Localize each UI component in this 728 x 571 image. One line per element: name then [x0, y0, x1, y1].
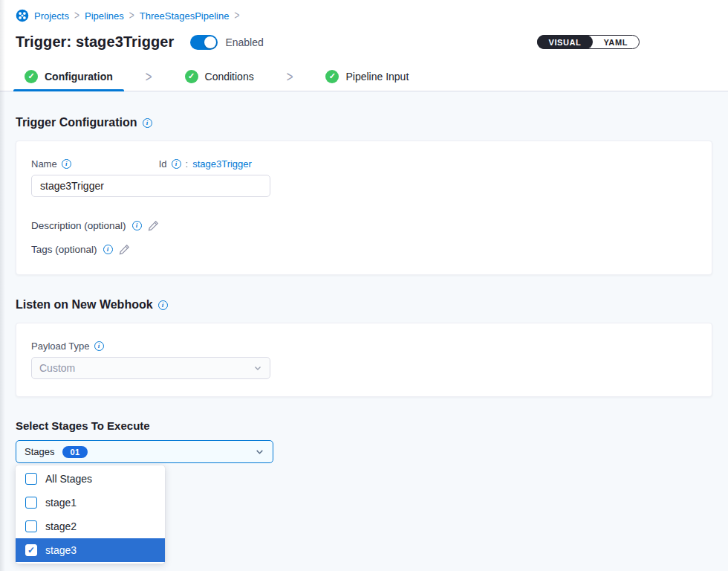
- stages-select-label: Stages: [25, 446, 54, 457]
- breadcrumb-pipelines[interactable]: Pipelines: [85, 10, 124, 22]
- section-title: Listen on New Webhook: [16, 298, 153, 312]
- id-label: Id: [159, 158, 167, 170]
- check-circle-icon: ✓: [25, 70, 38, 83]
- info-icon[interactable]: [103, 245, 113, 254]
- option-label: stage2: [45, 520, 77, 532]
- breadcrumb-projects[interactable]: Projects: [34, 10, 69, 22]
- checkbox-unchecked[interactable]: [25, 473, 37, 485]
- page-title: Trigger: stage3Trigger: [16, 33, 174, 51]
- id-colon: :: [186, 158, 189, 170]
- tab-conditions[interactable]: ✓ Conditions: [174, 62, 265, 91]
- edit-tags-pencil-icon[interactable]: [119, 244, 130, 255]
- toggle-knob: [204, 36, 216, 48]
- tags-row: Tags (optional): [31, 244, 697, 255]
- payload-type-label-group: Payload Type: [31, 341, 697, 352]
- tab-label: Pipeline Input: [345, 71, 409, 83]
- checkbox-checked[interactable]: [25, 544, 37, 556]
- trigger-configuration-heading: Trigger Configuration: [16, 91, 712, 129]
- yaml-tab[interactable]: YAML: [592, 36, 639, 48]
- tags-label: Tags (optional): [31, 244, 97, 255]
- stage-option-all-stages[interactable]: All Stages: [16, 467, 165, 491]
- info-icon[interactable]: [94, 341, 104, 351]
- breadcrumb: Projects > Pipelines > ThreeStagesPipeli…: [16, 9, 712, 22]
- option-label: stage3: [45, 544, 77, 556]
- trigger-enabled-toggle[interactable]: [190, 35, 218, 50]
- webhook-heading: Listen on New Webhook: [16, 298, 712, 312]
- harness-project-icon[interactable]: [16, 9, 29, 22]
- chevron-down-icon: [255, 447, 264, 457]
- checkbox-unchecked[interactable]: [25, 497, 37, 509]
- option-label: All Stages: [45, 473, 92, 485]
- tab-pipeline-input[interactable]: ✓ Pipeline Input: [314, 62, 420, 91]
- section-title: Trigger Configuration: [16, 116, 137, 129]
- id-value[interactable]: stage3Trigger: [192, 158, 252, 170]
- webhook-card: Payload Type Custom: [16, 323, 712, 397]
- payload-type-select[interactable]: Custom: [31, 357, 270, 379]
- page-header: Projects > Pipelines > ThreeStagesPipeli…: [0, 0, 728, 62]
- chevron-down-icon: [253, 364, 262, 372]
- chevron-right-icon: >: [287, 68, 293, 84]
- stage-option-stage1[interactable]: stage1: [16, 491, 165, 514]
- visual-yaml-toggle: VISUAL YAML: [537, 35, 640, 49]
- visual-tab[interactable]: VISUAL: [537, 35, 594, 49]
- name-label: Name: [31, 158, 57, 170]
- option-label: stage1: [45, 497, 77, 509]
- tab-label: Configuration: [45, 71, 113, 83]
- name-label-group: Name: [31, 158, 71, 170]
- enabled-label: Enabled: [225, 36, 263, 48]
- info-icon[interactable]: [62, 159, 71, 169]
- wizard-tabbar: ✓ Configuration > ✓ Conditions > ✓ Pipel…: [0, 62, 728, 91]
- breadcrumb-pipeline-name[interactable]: ThreeStagesPipeline: [140, 10, 230, 22]
- select-stages-heading: Select Stages To Execute: [16, 419, 712, 432]
- id-group: Id : stage3Trigger: [159, 158, 252, 170]
- payload-type-label: Payload Type: [31, 341, 90, 352]
- check-circle-icon: ✓: [185, 70, 198, 83]
- breadcrumb-separator: >: [234, 9, 239, 22]
- stage-option-stage3[interactable]: stage3: [16, 538, 165, 562]
- payload-type-value: Custom: [39, 362, 75, 374]
- trigger-configuration-card: Name Id : stage3Trigger Description (opt…: [16, 141, 712, 275]
- info-icon[interactable]: [132, 221, 142, 230]
- main-content: Trigger Configuration Name Id : stage3Tr…: [0, 91, 728, 564]
- description-label: Description (optional): [31, 220, 126, 231]
- tab-label: Conditions: [205, 71, 254, 83]
- trigger-name-input[interactable]: [31, 175, 270, 197]
- stages-dropdown: All Stages stage1 stage2 stage3: [16, 465, 165, 564]
- edit-description-pencil-icon[interactable]: [148, 220, 159, 231]
- breadcrumb-separator: >: [74, 9, 79, 22]
- tab-configuration[interactable]: ✓ Configuration: [13, 62, 124, 91]
- chevron-right-icon: >: [146, 68, 152, 84]
- check-circle-icon: ✓: [325, 70, 339, 83]
- stages-multiselect[interactable]: Stages 01: [16, 440, 273, 463]
- info-icon[interactable]: [143, 118, 152, 128]
- info-icon[interactable]: [172, 159, 181, 169]
- checkbox-unchecked[interactable]: [25, 520, 37, 532]
- stage-option-stage2[interactable]: stage2: [16, 514, 165, 538]
- stages-count-badge: 01: [62, 446, 87, 458]
- info-icon[interactable]: [158, 300, 168, 310]
- title-row: Trigger: stage3Trigger Enabled VISUAL YA…: [16, 33, 712, 51]
- name-id-row: Name Id : stage3Trigger: [31, 158, 697, 170]
- description-row: Description (optional): [31, 220, 697, 231]
- breadcrumb-separator: >: [129, 9, 134, 22]
